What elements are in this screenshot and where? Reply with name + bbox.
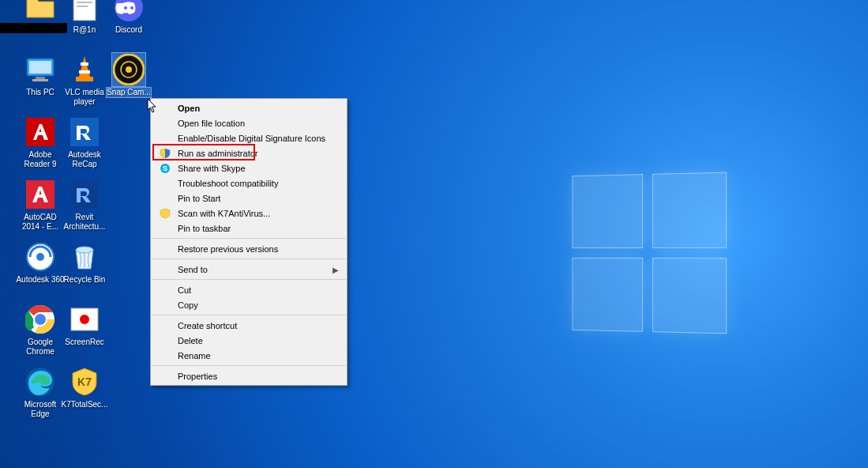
desktop-icon-adobereader[interactable]: Adobe Reader 9 [16, 115, 65, 168]
context-menu-item-send-to[interactable]: Send to▶ [151, 262, 347, 277]
context-menu-item-label: Delete [178, 336, 203, 345]
desktop-icon-vlc[interactable]: VLC media player [60, 53, 109, 106]
desktop-icon-edge[interactable]: Microsoft Edge [16, 365, 65, 418]
svg-text:K7: K7 [77, 376, 92, 388]
svg-point-16 [126, 66, 132, 73]
desktop-icon-label: R@1n [73, 25, 96, 35]
context-menu-item-pin-to-start[interactable]: Pin to Start [151, 191, 347, 206]
context-menu-separator [152, 259, 346, 259]
svg-rect-9 [36, 77, 45, 79]
context-menu-item-label: Create shortcut [178, 321, 237, 330]
k7-icon: K7 [68, 365, 101, 398]
context-menu-item-pin-to-taskbar[interactable]: Pin to taskbar [151, 221, 347, 236]
context-menu-item-label: Pin to taskbar [178, 224, 231, 233]
context-menu-item-create-shortcut[interactable]: Create shortcut [151, 318, 347, 333]
k7-icon [159, 207, 171, 220]
recap-icon [68, 115, 101, 149]
desktop-icon-autodesk360[interactable]: Autodesk 360 [16, 240, 65, 285]
desktop-icon-label: Google Chrome [16, 338, 65, 356]
desktop-icon-snapcam[interactable]: Snap Cam... [104, 53, 153, 97]
context-menu-item-label: Send to [178, 265, 208, 274]
svg-rect-3 [77, 6, 88, 7]
context-menu-item-label: Pin to Start [178, 194, 220, 203]
context-menu-item-troubleshoot-compatibility[interactable]: Troubleshoot compatibility [151, 176, 347, 191]
autocad-icon [24, 178, 57, 211]
screenrec-icon [68, 303, 101, 336]
a360-icon [24, 240, 57, 274]
desktop-icon-recyclebin[interactable]: Recycle Bin [60, 240, 109, 285]
context-menu-item-label: Properties [178, 372, 217, 381]
context-menu-item-label: Cut [178, 285, 191, 295]
svg-rect-12 [79, 70, 90, 74]
svg-rect-2 [77, 2, 92, 3]
desktop-icon-recap[interactable]: Autodesk ReCap [60, 115, 109, 168]
desktop-icon-autocad[interactable]: AutoCAD 2014 - E... [16, 178, 65, 231]
desktop-icon-label: Revit Architectu... [60, 213, 109, 231]
context-menu-item-enable-disable-digital-signature-icons[interactable]: Enable/Disable Digital Signature Icons [151, 130, 347, 145]
desktop-icon-unknown1[interactable] [16, 0, 65, 25]
context-menu-item-copy[interactable]: Copy [151, 297, 347, 312]
svg-point-22 [36, 253, 44, 261]
pc-icon [24, 53, 57, 86]
context-menu-item-label: Open file location [178, 119, 245, 128]
shield-icon [159, 147, 171, 160]
context-menu-item-label: Run as administrator [178, 149, 258, 158]
desktop[interactable]: R@1nDiscordThis PCVLC media playerSnap C… [0, 0, 868, 468]
context-menu-item-restore-previous-versions[interactable]: Restore previous versions [151, 241, 347, 256]
svg-rect-11 [81, 62, 88, 66]
svg-rect-13 [76, 77, 93, 81]
desktop-icon-label: Adobe Reader 9 [16, 150, 65, 168]
desktop-icon-k7[interactable]: K7K7TotalSec... [60, 365, 109, 410]
desktop-icon-chrome[interactable]: Google Chrome [16, 303, 65, 356]
svg-rect-18 [70, 118, 99, 146]
context-menu-item-delete[interactable]: Delete [151, 333, 347, 348]
context-menu-separator [152, 279, 346, 280]
desktop-icon-label: This PC [26, 88, 54, 97]
svg-text:S: S [163, 164, 167, 172]
skype-icon: S [159, 162, 171, 175]
desktop-icon-label: VLC media player [60, 88, 109, 106]
context-menu-item-label: Copy [178, 300, 198, 310]
context-menu-item-open-file-location[interactable]: Open file location [151, 115, 347, 130]
desktop-icon-label: Snap Cam... [107, 88, 151, 97]
revit-icon [68, 178, 101, 211]
context-menu-item-cut[interactable]: Cut [151, 282, 347, 297]
context-menu-item-rename[interactable]: Rename [151, 348, 347, 363]
svg-rect-8 [29, 61, 51, 74]
desktop-icon-label: ScreenRec [65, 338, 103, 347]
context-menu: OpenOpen file locationEnable/Disable Dig… [150, 98, 348, 386]
context-menu-item-run-as-administrator[interactable]: Run as administrator [151, 145, 347, 160]
chrome-icon [24, 303, 57, 336]
context-menu-item-open[interactable]: Open [151, 100, 347, 115]
context-menu-item-label: Share with Skype [178, 164, 246, 173]
svg-rect-10 [32, 79, 48, 81]
context-menu-separator [152, 238, 346, 239]
desktop-icon-screenrec[interactable]: ScreenRec [60, 303, 109, 347]
desktop-icon-discord[interactable]: Discord [104, 0, 153, 35]
page-icon [68, 0, 101, 24]
svg-point-23 [76, 247, 93, 253]
desktop-icon-label: K7TotalSec... [62, 400, 108, 410]
context-menu-item-label: Restore previous versions [178, 244, 278, 254]
snap-icon [112, 53, 145, 86]
context-menu-separator [152, 365, 346, 366]
desktop-icon-label: Autodesk ReCap [60, 150, 109, 168]
desktop-icon-thispc[interactable]: This PC [16, 53, 65, 97]
desktop-icon-r01n[interactable]: R@1n [60, 0, 109, 35]
context-menu-item-scan-with-k7antivirus[interactable]: Scan with K7AntiVirus... [151, 206, 347, 221]
discord-icon [112, 0, 145, 24]
context-menu-item-properties[interactable]: Properties [151, 368, 347, 383]
bin-icon [68, 240, 101, 274]
desktop-icon-label: AutoCAD 2014 - E... [16, 213, 65, 231]
vlc-icon [68, 53, 101, 86]
context-menu-item-share-with-skype[interactable]: SShare with Skype [151, 160, 347, 176]
svg-point-5 [124, 6, 127, 9]
windows-logo-wallpaper [572, 172, 727, 334]
desktop-icon-revit[interactable]: Revit Architectu... [60, 178, 109, 231]
folder-yellow-icon [24, 0, 57, 24]
svg-rect-20 [70, 180, 99, 209]
desktop-icon-label: Microsoft Edge [16, 400, 65, 418]
context-menu-item-label: Scan with K7AntiVirus... [178, 209, 270, 218]
desktop-icon-label: Recycle Bin [64, 275, 106, 285]
context-menu-separator [152, 315, 346, 315]
